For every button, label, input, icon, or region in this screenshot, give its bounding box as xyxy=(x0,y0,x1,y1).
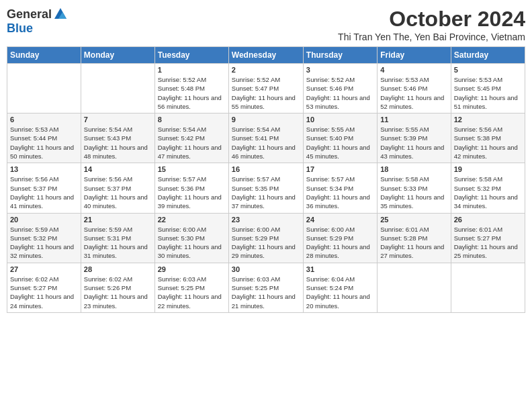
title-block: October 2024 Thi Tran Yen The, Yen Bai P… xyxy=(338,7,525,42)
calendar-cell xyxy=(451,263,525,312)
calendar-cell: 7Sunrise: 5:54 AM Sunset: 5:43 PM Daylig… xyxy=(81,113,154,163)
day-number: 9 xyxy=(232,116,300,124)
calendar-cell: 1Sunrise: 5:52 AM Sunset: 5:48 PM Daylig… xyxy=(154,64,228,113)
day-header-thursday: Thursday xyxy=(303,47,377,64)
calendar-cell: 27Sunrise: 6:02 AM Sunset: 5:27 PM Dayli… xyxy=(7,263,81,312)
day-number: 27 xyxy=(10,265,78,273)
day-number: 5 xyxy=(454,66,522,74)
calendar-cell: 24Sunrise: 6:00 AM Sunset: 5:29 PM Dayli… xyxy=(303,213,377,263)
calendar-cell: 20Sunrise: 5:59 AM Sunset: 5:32 PM Dayli… xyxy=(7,213,81,263)
day-number: 13 xyxy=(10,165,78,173)
calendar-cell: 4Sunrise: 5:53 AM Sunset: 5:46 PM Daylig… xyxy=(378,64,451,113)
calendar-cell: 19Sunrise: 5:58 AM Sunset: 5:32 PM Dayli… xyxy=(451,163,525,213)
calendar-header: SundayMondayTuesdayWednesdayThursdayFrid… xyxy=(7,47,525,64)
calendar-week-3: 20Sunrise: 5:59 AM Sunset: 5:32 PM Dayli… xyxy=(7,213,525,263)
calendar-cell: 10Sunrise: 5:55 AM Sunset: 5:40 PM Dayli… xyxy=(303,113,377,163)
calendar-cell: 22Sunrise: 6:00 AM Sunset: 5:30 PM Dayli… xyxy=(154,213,228,263)
day-header-friday: Friday xyxy=(378,47,451,64)
day-number: 1 xyxy=(158,66,226,74)
day-number: 17 xyxy=(306,165,374,173)
calendar-cell: 16Sunrise: 5:57 AM Sunset: 5:35 PM Dayli… xyxy=(228,163,303,213)
calendar-cell: 11Sunrise: 5:55 AM Sunset: 5:39 PM Dayli… xyxy=(378,113,451,163)
day-number: 4 xyxy=(380,66,447,74)
day-info: Sunrise: 6:02 AM Sunset: 5:27 PM Dayligh… xyxy=(10,275,78,310)
logo: General Blue xyxy=(7,7,68,36)
day-number: 14 xyxy=(84,165,152,173)
calendar-week-1: 6Sunrise: 5:53 AM Sunset: 5:44 PM Daylig… xyxy=(7,113,525,163)
day-info: Sunrise: 5:57 AM Sunset: 5:34 PM Dayligh… xyxy=(306,175,374,210)
calendar-cell: 25Sunrise: 6:01 AM Sunset: 5:28 PM Dayli… xyxy=(378,213,451,263)
day-info: Sunrise: 5:53 AM Sunset: 5:46 PM Dayligh… xyxy=(380,75,447,111)
day-info: Sunrise: 5:58 AM Sunset: 5:33 PM Dayligh… xyxy=(380,175,447,210)
day-number: 28 xyxy=(84,265,152,273)
day-number: 29 xyxy=(158,265,226,273)
calendar-cell: 17Sunrise: 5:57 AM Sunset: 5:34 PM Dayli… xyxy=(303,163,377,213)
day-info: Sunrise: 5:57 AM Sunset: 5:36 PM Dayligh… xyxy=(158,175,226,210)
calendar-cell: 2Sunrise: 5:52 AM Sunset: 5:47 PM Daylig… xyxy=(228,64,303,113)
calendar-cell: 9Sunrise: 5:54 AM Sunset: 5:41 PM Daylig… xyxy=(228,113,303,163)
day-number: 18 xyxy=(380,165,447,173)
day-info: Sunrise: 5:52 AM Sunset: 5:47 PM Dayligh… xyxy=(232,75,300,111)
calendar-cell: 8Sunrise: 5:54 AM Sunset: 5:42 PM Daylig… xyxy=(154,113,228,163)
day-header-wednesday: Wednesday xyxy=(228,47,303,64)
day-number: 19 xyxy=(454,165,522,173)
day-header-monday: Monday xyxy=(81,47,154,64)
day-info: Sunrise: 6:03 AM Sunset: 5:25 PM Dayligh… xyxy=(158,275,226,310)
day-info: Sunrise: 5:54 AM Sunset: 5:41 PM Dayligh… xyxy=(232,125,300,161)
day-header-tuesday: Tuesday xyxy=(154,47,228,64)
calendar-cell: 30Sunrise: 6:03 AM Sunset: 5:25 PM Dayli… xyxy=(228,263,303,312)
calendar-cell: 5Sunrise: 5:53 AM Sunset: 5:45 PM Daylig… xyxy=(451,64,525,113)
day-number: 26 xyxy=(454,216,522,224)
day-number: 7 xyxy=(84,116,152,124)
month-title: October 2024 xyxy=(338,7,525,32)
calendar-table: SundayMondayTuesdayWednesdayThursdayFrid… xyxy=(7,46,525,313)
page-header: General Blue October 2024 Thi Tran Yen T… xyxy=(7,7,525,42)
calendar-cell: 26Sunrise: 6:01 AM Sunset: 5:27 PM Dayli… xyxy=(451,213,525,263)
day-info: Sunrise: 6:00 AM Sunset: 5:29 PM Dayligh… xyxy=(306,225,374,261)
logo-general-text: General xyxy=(7,7,52,21)
day-number: 3 xyxy=(306,66,374,74)
day-number: 16 xyxy=(232,165,300,173)
day-info: Sunrise: 6:01 AM Sunset: 5:27 PM Dayligh… xyxy=(454,225,522,261)
calendar-cell: 13Sunrise: 5:56 AM Sunset: 5:37 PM Dayli… xyxy=(7,163,81,213)
day-info: Sunrise: 5:56 AM Sunset: 5:37 PM Dayligh… xyxy=(10,175,78,210)
day-number: 6 xyxy=(10,116,78,124)
day-number: 10 xyxy=(306,116,374,124)
calendar-cell: 15Sunrise: 5:57 AM Sunset: 5:36 PM Dayli… xyxy=(154,163,228,213)
day-info: Sunrise: 5:56 AM Sunset: 5:38 PM Dayligh… xyxy=(454,125,522,161)
day-number: 23 xyxy=(232,216,300,224)
calendar-cell: 3Sunrise: 5:52 AM Sunset: 5:46 PM Daylig… xyxy=(303,64,377,113)
day-info: Sunrise: 5:57 AM Sunset: 5:35 PM Dayligh… xyxy=(232,175,300,210)
calendar-cell: 29Sunrise: 6:03 AM Sunset: 5:25 PM Dayli… xyxy=(154,263,228,312)
calendar-body: 1Sunrise: 5:52 AM Sunset: 5:48 PM Daylig… xyxy=(7,64,525,313)
day-info: Sunrise: 5:52 AM Sunset: 5:46 PM Dayligh… xyxy=(306,75,374,111)
day-info: Sunrise: 6:02 AM Sunset: 5:26 PM Dayligh… xyxy=(84,275,152,310)
day-info: Sunrise: 6:00 AM Sunset: 5:30 PM Dayligh… xyxy=(158,225,226,261)
day-number: 22 xyxy=(158,216,226,224)
calendar-cell: 12Sunrise: 5:56 AM Sunset: 5:38 PM Dayli… xyxy=(451,113,525,163)
logo-icon xyxy=(53,7,68,21)
header-row: SundayMondayTuesdayWednesdayThursdayFrid… xyxy=(7,47,525,64)
day-number: 12 xyxy=(454,116,522,124)
day-number: 21 xyxy=(84,216,152,224)
day-info: Sunrise: 5:56 AM Sunset: 5:37 PM Dayligh… xyxy=(84,175,152,210)
calendar-cell xyxy=(81,64,154,113)
day-info: Sunrise: 5:53 AM Sunset: 5:44 PM Dayligh… xyxy=(10,125,78,161)
day-info: Sunrise: 6:03 AM Sunset: 5:25 PM Dayligh… xyxy=(232,275,300,310)
day-header-saturday: Saturday xyxy=(451,47,525,64)
calendar-cell: 14Sunrise: 5:56 AM Sunset: 5:37 PM Dayli… xyxy=(81,163,154,213)
day-info: Sunrise: 6:04 AM Sunset: 5:24 PM Dayligh… xyxy=(306,275,374,310)
day-info: Sunrise: 6:01 AM Sunset: 5:28 PM Dayligh… xyxy=(380,225,447,261)
day-number: 11 xyxy=(380,116,447,124)
day-info: Sunrise: 5:55 AM Sunset: 5:39 PM Dayligh… xyxy=(380,125,447,161)
day-info: Sunrise: 5:54 AM Sunset: 5:42 PM Dayligh… xyxy=(158,125,226,161)
day-info: Sunrise: 6:00 AM Sunset: 5:29 PM Dayligh… xyxy=(232,225,300,261)
day-header-sunday: Sunday xyxy=(7,47,81,64)
day-number: 25 xyxy=(380,216,447,224)
calendar-week-2: 13Sunrise: 5:56 AM Sunset: 5:37 PM Dayli… xyxy=(7,163,525,213)
calendar-cell: 18Sunrise: 5:58 AM Sunset: 5:33 PM Dayli… xyxy=(378,163,451,213)
calendar-cell: 28Sunrise: 6:02 AM Sunset: 5:26 PM Dayli… xyxy=(81,263,154,312)
calendar-week-0: 1Sunrise: 5:52 AM Sunset: 5:48 PM Daylig… xyxy=(7,64,525,113)
calendar-week-4: 27Sunrise: 6:02 AM Sunset: 5:27 PM Dayli… xyxy=(7,263,525,312)
day-number: 2 xyxy=(232,66,300,74)
